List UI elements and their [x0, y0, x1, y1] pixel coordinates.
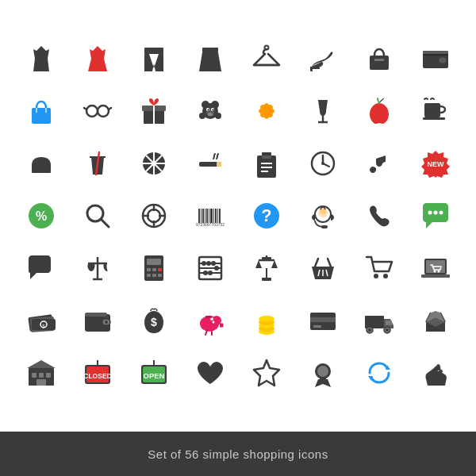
pointer-icon — [413, 350, 459, 396]
music-note-icon — [356, 140, 402, 186]
pants-icon — [131, 36, 177, 82]
svg-rect-157 — [313, 325, 321, 328]
svg-rect-41 — [32, 170, 51, 173]
svg-rect-104 — [152, 268, 156, 271]
svg-point-61 — [321, 162, 324, 165]
svg-line-17 — [109, 108, 111, 109]
high-heel-icon — [300, 36, 346, 82]
svg-point-27 — [207, 109, 209, 111]
laptop-shop-icon — [413, 245, 459, 291]
basket-icon — [300, 245, 346, 291]
coins-icon — [244, 298, 290, 344]
svg-rect-94 — [321, 225, 328, 228]
svg-text:%: % — [35, 209, 46, 223]
svg-rect-158 — [365, 316, 384, 328]
main-container: NEW % 9723697703752 — [0, 0, 476, 476]
gift-box-icon — [131, 88, 177, 134]
svg-rect-39 — [424, 103, 440, 117]
building-icon — [18, 350, 64, 396]
svg-point-128 — [383, 274, 388, 278]
svg-rect-10 — [423, 54, 448, 56]
delivery-truck-icon — [356, 298, 402, 344]
svg-text:9723697703752: 9723697703752 — [195, 222, 224, 227]
svg-point-28 — [212, 109, 213, 111]
svg-rect-51 — [217, 162, 221, 167]
svg-point-154 — [259, 316, 274, 322]
svg-rect-9 — [423, 51, 448, 54]
target-icon — [131, 193, 177, 239]
svg-text:$: $ — [214, 328, 218, 335]
coffee-cup-icon — [413, 88, 459, 134]
svg-rect-77 — [201, 209, 202, 223]
new-badge-icon: NEW — [413, 140, 459, 186]
svg-point-133 — [437, 271, 440, 273]
apple-icon — [356, 88, 402, 134]
svg-rect-54 — [262, 152, 271, 155]
scale-icon — [75, 245, 121, 291]
shopping-bag-icon — [18, 88, 64, 134]
svg-rect-84 — [215, 209, 217, 223]
svg-rect-106 — [147, 274, 151, 277]
heart-icon — [187, 350, 233, 396]
svg-point-115 — [211, 261, 216, 266]
svg-point-95 — [428, 211, 432, 215]
svg-point-13 — [86, 106, 98, 117]
svg-text:$: $ — [151, 316, 157, 328]
svg-rect-5 — [310, 67, 313, 71]
open-box-icon — [413, 298, 459, 344]
search-icon — [75, 193, 121, 239]
svg-rect-140 — [85, 313, 107, 317]
clock-icon — [300, 140, 346, 186]
svg-rect-103 — [147, 268, 151, 271]
svg-rect-40 — [423, 117, 445, 120]
svg-rect-83 — [213, 209, 214, 223]
svg-point-117 — [203, 271, 208, 275]
svg-rect-81 — [209, 209, 209, 223]
svg-point-113 — [202, 261, 206, 266]
icon-grid: NEW % 9723697703752 — [16, 36, 460, 396]
svg-rect-86 — [219, 209, 221, 223]
bread-icon — [18, 140, 64, 186]
svg-rect-102 — [147, 259, 161, 265]
money-bag-icon: $ — [131, 298, 177, 344]
star-icon — [244, 350, 290, 396]
svg-point-116 — [214, 266, 219, 271]
cart-icon — [356, 245, 402, 291]
svg-rect-131 — [421, 274, 450, 278]
hanger-icon — [244, 36, 290, 82]
hanging-scale-icon — [244, 245, 290, 291]
footer-text: Set of 56 simple shopping icons — [148, 447, 328, 461]
svg-text:OPEN: OPEN — [143, 371, 164, 380]
red-dress-icon — [75, 36, 121, 82]
clipboard-icon — [244, 140, 290, 186]
svg-rect-123 — [262, 278, 271, 281]
calculator-icon — [131, 245, 177, 291]
handbag-icon — [356, 36, 402, 82]
teddy-bear-icon — [187, 88, 233, 134]
help-icon: ? — [244, 193, 290, 239]
wine-glass-icon — [300, 88, 346, 134]
svg-rect-85 — [217, 209, 218, 223]
svg-point-127 — [374, 274, 378, 278]
wallet-icon — [75, 298, 121, 344]
svg-rect-180 — [320, 378, 326, 379]
svg-point-30 — [199, 113, 205, 119]
svg-rect-159 — [386, 321, 392, 325]
open-sign-icon: OPEN — [131, 350, 177, 396]
svg-point-31 — [215, 113, 221, 119]
svg-text:CLOSED: CLOSED — [83, 372, 111, 380]
svg-rect-167 — [46, 373, 51, 378]
svg-rect-168 — [36, 379, 46, 386]
svg-rect-80 — [206, 209, 208, 223]
svg-rect-105 — [158, 268, 162, 271]
footer-bar: Set of 56 simple shopping icons — [0, 432, 476, 476]
svg-point-14 — [98, 106, 109, 117]
credit-card-icon — [300, 298, 346, 344]
svg-rect-11 — [439, 57, 447, 63]
svg-rect-78 — [202, 209, 204, 223]
svg-line-68 — [101, 219, 109, 227]
svg-point-49 — [152, 161, 156, 166]
svg-point-148 — [212, 321, 214, 324]
svg-point-96 — [433, 211, 437, 215]
refresh-icon — [356, 350, 402, 396]
